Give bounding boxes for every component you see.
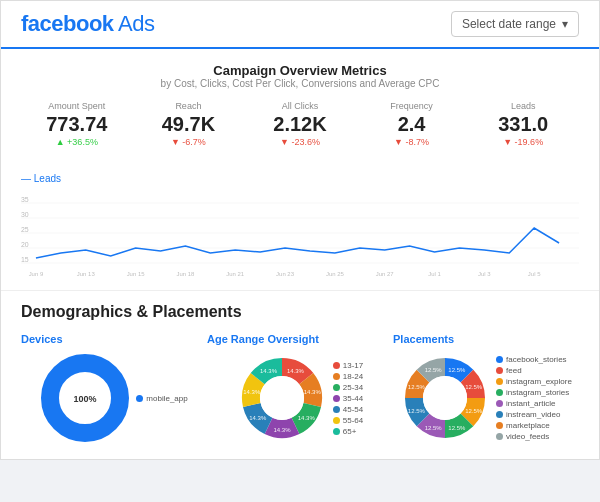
- age-range-legend: 13-1718-2425-3435-4445-5455-6465+: [333, 361, 363, 436]
- svg-text:30: 30: [21, 211, 29, 218]
- legend-dot: [333, 384, 340, 391]
- metric-label: Reach: [133, 101, 245, 111]
- svg-text:14.3%: 14.3%: [287, 368, 305, 374]
- legend-dot: [496, 411, 503, 418]
- svg-text:Jul 3: Jul 3: [478, 271, 491, 277]
- svg-text:14.3%: 14.3%: [303, 389, 321, 395]
- legend-dot: [136, 395, 143, 402]
- metric-value: 49.7K: [133, 113, 245, 135]
- metric-label: All Clicks: [244, 101, 356, 111]
- demographics-section: Demographics & Placements Devices 100% m…: [1, 290, 599, 459]
- metric-item: Frequency 2.4 ▼ -8.7%: [356, 101, 468, 147]
- age-range-donut-wrapper: 14.3%14.3%14.3%14.3%14.3%14.3%14.3% 13-1…: [237, 353, 363, 443]
- logo-bold: facebook: [21, 11, 114, 36]
- devices-donut-wrapper: 100% mobile_app: [40, 353, 187, 443]
- chart-section: — Leads 35 30 25 20 15 Jun 9 Jun 13: [1, 165, 599, 290]
- legend-item: 55-64: [333, 416, 363, 425]
- svg-text:Jun 15: Jun 15: [127, 271, 146, 277]
- svg-text:Jul 5: Jul 5: [528, 271, 541, 277]
- svg-text:Jun 23: Jun 23: [276, 271, 295, 277]
- logo-thin: Ads: [114, 11, 155, 36]
- legend-dot: [496, 400, 503, 407]
- legend-item: 65+: [333, 427, 363, 436]
- legend-dot: [496, 356, 503, 363]
- placements-title: Placements: [393, 333, 454, 345]
- legend-dot: [333, 417, 340, 424]
- svg-text:12.5%: 12.5%: [408, 384, 426, 390]
- metric-item: Leads 331.0 ▼ -19.6%: [467, 101, 579, 147]
- svg-text:Jun 13: Jun 13: [77, 271, 96, 277]
- legend-item: instant_article: [496, 399, 572, 408]
- charts-row: Devices 100% mobile_app: [21, 333, 579, 443]
- legend-item: 45-54: [333, 405, 363, 414]
- demographics-title: Demographics & Placements: [21, 303, 579, 321]
- metric-label: Leads: [467, 101, 579, 111]
- metric-value: 2.12K: [244, 113, 356, 135]
- svg-text:20: 20: [21, 241, 29, 248]
- metric-change: ▼ -6.7%: [133, 137, 245, 147]
- svg-text:12.5%: 12.5%: [425, 425, 443, 431]
- legend-item: video_feeds: [496, 432, 572, 441]
- metric-value: 331.0: [467, 113, 579, 135]
- svg-text:12.5%: 12.5%: [465, 408, 483, 414]
- svg-point-31: [260, 376, 304, 420]
- metric-label: Frequency: [356, 101, 468, 111]
- metrics-section: Campaign Overview Metrics by Cost, Click…: [1, 49, 599, 165]
- legend-item: instagram_stories: [496, 388, 572, 397]
- legend-item: instagram_explore: [496, 377, 572, 386]
- placements-block: Placements 12.5%12.5%12.5%12.5%12.5%12.5…: [393, 333, 579, 443]
- legend-dot: [333, 428, 340, 435]
- legend-dot: [333, 373, 340, 380]
- leads-chart: 35 30 25 20 15 Jun 9 Jun 13 Jun 15 Jun 1…: [21, 188, 579, 278]
- metric-item: All Clicks 2.12K ▼ -23.6%: [244, 101, 356, 147]
- devices-block: Devices 100% mobile_app: [21, 333, 207, 443]
- svg-text:14.3%: 14.3%: [297, 415, 315, 421]
- svg-text:Jun 25: Jun 25: [326, 271, 345, 277]
- svg-text:12.5%: 12.5%: [448, 425, 466, 431]
- legend-item: instream_video: [496, 410, 572, 419]
- metric-item: Amount Spent 773.74 ▲ +36.5%: [21, 101, 133, 147]
- age-range-title: Age Range Oversight: [207, 333, 319, 345]
- legend-dot: [496, 367, 503, 374]
- age-range-block: Age Range Oversight 14.3%14.3%14.3%14.3%…: [207, 333, 393, 443]
- metric-change: ▼ -23.6%: [244, 137, 356, 147]
- legend-dot: [496, 378, 503, 385]
- date-range-select[interactable]: Select date range ▾: [451, 11, 579, 37]
- metric-item: Reach 49.7K ▼ -6.7%: [133, 101, 245, 147]
- legend-item: marketplace: [496, 421, 572, 430]
- svg-text:Jul 1: Jul 1: [428, 271, 441, 277]
- metrics-row: Amount Spent 773.74 ▲ +36.5% Reach 49.7K…: [21, 101, 579, 147]
- svg-text:Jun 9: Jun 9: [29, 271, 44, 277]
- age-range-donut: 14.3%14.3%14.3%14.3%14.3%14.3%14.3%: [237, 353, 327, 443]
- svg-text:14.3%: 14.3%: [249, 415, 267, 421]
- metric-change: ▲ +36.5%: [21, 137, 133, 147]
- svg-text:12.5%: 12.5%: [448, 367, 466, 373]
- metric-change: ▼ -19.6%: [467, 137, 579, 147]
- svg-text:12.5%: 12.5%: [408, 408, 426, 414]
- header: facebook Ads Select date range ▾: [1, 1, 599, 49]
- metrics-title: Campaign Overview Metrics: [21, 63, 579, 78]
- devices-donut: 100%: [40, 353, 130, 443]
- app-container: facebook Ads Select date range ▾ Campaig…: [0, 0, 600, 460]
- devices-title: Devices: [21, 333, 63, 345]
- legend-item: feed: [496, 366, 572, 375]
- svg-text:12.5%: 12.5%: [465, 384, 483, 390]
- legend-item: mobile_app: [136, 394, 187, 403]
- app-logo: facebook Ads: [21, 11, 154, 37]
- placements-donut-wrapper: 12.5%12.5%12.5%12.5%12.5%12.5%12.5%12.5%…: [400, 353, 572, 443]
- metric-change: ▼ -8.7%: [356, 137, 468, 147]
- legend-dot: [333, 362, 340, 369]
- svg-text:Jun 18: Jun 18: [176, 271, 195, 277]
- svg-text:Jun 27: Jun 27: [376, 271, 395, 277]
- legend-item: 13-17: [333, 361, 363, 370]
- legend-item: facebook_stories: [496, 355, 572, 364]
- legend-dot: [333, 395, 340, 402]
- metrics-subtitle: by Cost, Clicks, Cost Per Click, Convers…: [21, 78, 579, 89]
- legend-item: 18-24: [333, 372, 363, 381]
- legend-dot: [496, 389, 503, 396]
- svg-text:25: 25: [21, 226, 29, 233]
- legend-dot: [333, 406, 340, 413]
- metric-value: 2.4: [356, 113, 468, 135]
- svg-text:14.3%: 14.3%: [243, 389, 261, 395]
- legend-dot: [496, 433, 503, 440]
